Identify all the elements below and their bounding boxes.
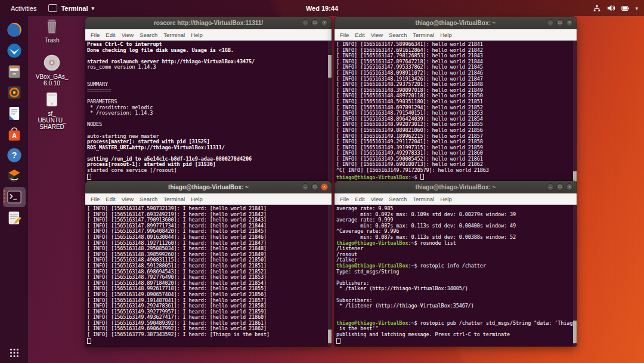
terminal-line: [336, 275, 575, 281]
menu-item-search[interactable]: Search: [137, 196, 160, 202]
scrollbar-thumb[interactable]: [328, 330, 332, 344]
menu-item-edit[interactable]: Edit: [103, 196, 118, 202]
scrollbar[interactable]: [328, 205, 332, 346]
maximize-button[interactable]: □: [311, 183, 318, 190]
close-button[interactable]: ×: [321, 19, 328, 26]
terminal-line: thiago@thiago-VirtualBox:~$ rosnode list: [336, 241, 575, 247]
menu-item-view[interactable]: View: [368, 32, 386, 38]
menu-item-file[interactable]: File: [88, 196, 103, 202]
scrollbar-thumb[interactable]: [573, 321, 577, 343]
menu-item-edit[interactable]: Edit: [352, 32, 367, 38]
terminal-line: NODES: [87, 122, 330, 128]
terminal-line: started core service [/rosout]: [87, 168, 330, 174]
scrollbar[interactable]: [573, 41, 577, 183]
dock-item-firefox[interactable]: [3, 20, 26, 40]
menu-item-search[interactable]: Search: [137, 32, 160, 38]
minimize-button[interactable]: –: [547, 19, 554, 26]
firefox-icon: [6, 21, 23, 38]
dock-item-libreoffice-writer[interactable]: [3, 103, 26, 124]
activities-button[interactable]: Activities: [7, 4, 40, 13]
scrollbar[interactable]: [328, 41, 332, 183]
window-talker: thiago@thiago-VirtualBox: ~ – □ × FileEd…: [335, 17, 577, 183]
minimize-button[interactable]: –: [302, 19, 309, 26]
menu-item-terminal[interactable]: Terminal: [410, 196, 437, 202]
dock-item-terminal[interactable]: [3, 187, 26, 207]
maximize-button[interactable]: □: [311, 19, 318, 26]
terminal-line: [336, 309, 575, 315]
terminal-line: /rosout: [336, 252, 575, 258]
title-bar[interactable]: thiago@thiago-VirtualBox: ~ – □ ×: [335, 17, 577, 29]
window-title: thiago@thiago-VirtualBox: ~: [335, 20, 577, 26]
maximize-button[interactable]: □: [556, 183, 564, 190]
dock-item-help[interactable]: ?: [3, 145, 26, 165]
show-applications-button[interactable]: [0, 346, 28, 359]
system-indicators[interactable]: ▾: [593, 4, 644, 13]
title-bar[interactable]: roscore http://thiago-VirtualBox:11311/ …: [85, 17, 332, 29]
menu-item-file[interactable]: File: [337, 32, 352, 38]
menu-bar: FileEditViewSearchTerminalHelp: [85, 193, 332, 205]
terminal-output[interactable]: average rate: 9.985 min: 0.092s max: 0.1…: [335, 205, 577, 346]
terminal-line: * /talker (http://thiago-VirtualBox:3400…: [336, 286, 575, 292]
menu-item-terminal[interactable]: Terminal: [160, 196, 188, 202]
trash-icon: [42, 16, 62, 36]
dock-item-rhythmbox[interactable]: [3, 82, 26, 103]
menu-item-file[interactable]: File: [337, 196, 352, 202]
menu-item-help[interactable]: Help: [188, 32, 206, 38]
terminal-line: [87, 116, 330, 122]
dock-item-amazon[interactable]: [3, 166, 26, 186]
title-bar[interactable]: thiago@thiago-VirtualBox: ~ – □ ×: [335, 181, 577, 193]
menu-item-view[interactable]: View: [119, 196, 137, 202]
terminal-output[interactable]: [ INFO] [1565163147.589966341]: hello wo…: [335, 41, 577, 183]
scrollbar[interactable]: [573, 205, 577, 346]
menu-item-help[interactable]: Help: [188, 196, 206, 202]
dock-item-thunderbird[interactable]: [3, 41, 26, 61]
desktop-icon-trash[interactable]: Trash: [33, 16, 71, 44]
menu-item-terminal[interactable]: Terminal: [160, 32, 188, 38]
menu-item-edit[interactable]: Edit: [103, 32, 118, 38]
close-button[interactable]: ×: [321, 183, 328, 190]
battery-icon: [621, 4, 630, 13]
scrollbar-thumb[interactable]: [328, 55, 332, 78]
notes-icon: [6, 210, 23, 226]
svg-text:A: A: [12, 132, 17, 139]
window-title: thiago@thiago-VirtualBox: ~: [85, 184, 332, 190]
menu-bar: FileEditViewSearchTerminalHelp: [85, 29, 332, 41]
menu-item-search[interactable]: Search: [386, 196, 410, 202]
terminal-icon: [6, 189, 23, 205]
menu-bar: FileEditViewSearchTerminalHelp: [335, 193, 577, 205]
file-cabinet-icon: [6, 63, 23, 80]
desktop-icon-vbox-cd[interactable]: VBox_GAs_ 6.0.10: [33, 53, 71, 87]
menu-item-view[interactable]: View: [119, 32, 137, 38]
title-bar[interactable]: thiago@thiago-VirtualBox: ~ – □ ×: [85, 181, 332, 193]
scrollbar-thumb[interactable]: [573, 171, 577, 182]
terminal-line: thiago@thiago-VirtualBox:~$: [336, 174, 575, 180]
menu-item-help[interactable]: Help: [437, 196, 455, 202]
terminal-line: [336, 338, 575, 344]
close-button[interactable]: ×: [566, 19, 573, 26]
terminal-output[interactable]: Press Ctrl-C to interruptDone checking l…: [85, 41, 332, 183]
app-menu[interactable]: Terminal ▾: [48, 4, 94, 12]
optical-disc-icon: [42, 53, 62, 73]
menu-item-terminal[interactable]: Terminal: [410, 32, 437, 38]
icon-label: 6.0.10: [33, 80, 71, 87]
terminal-line: publishing and latching message. Press c…: [336, 332, 575, 338]
desktop-icon-shared-folder[interactable]: sf_ UBUNTU_ SHARED: [33, 90, 71, 130]
menu-item-search[interactable]: Search: [386, 32, 410, 38]
dock-item-text-editor[interactable]: [3, 208, 26, 228]
svg-text:?: ?: [11, 150, 17, 160]
maximize-button[interactable]: □: [556, 19, 564, 26]
menu-item-file[interactable]: File: [88, 32, 103, 38]
clock[interactable]: Wed 19:44: [306, 5, 338, 12]
menu-item-edit[interactable]: Edit: [352, 196, 367, 202]
close-button[interactable]: ×: [566, 183, 573, 190]
terminal-output[interactable]: [ INFO] [1565163147.590732139]: I heard:…: [85, 205, 332, 346]
menu-item-help[interactable]: Help: [437, 32, 455, 38]
menu-item-view[interactable]: View: [368, 196, 386, 202]
terminal-line: ^C[ INFO] [1565163149.791720579]: hello …: [336, 168, 575, 174]
minimize-button[interactable]: –: [547, 183, 554, 190]
minimize-button[interactable]: –: [302, 183, 309, 190]
dock-item-ubuntu-software[interactable]: A: [3, 124, 26, 144]
window-title: thiago@thiago-VirtualBox: ~: [335, 184, 577, 190]
dock-item-files[interactable]: [3, 61, 26, 82]
app-menu-label: Terminal: [61, 5, 88, 12]
